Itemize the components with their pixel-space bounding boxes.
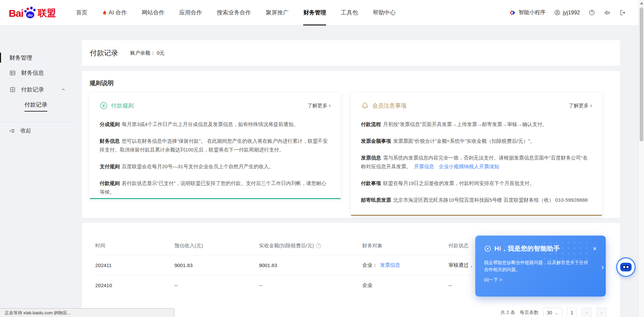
- nav-toolkit[interactable]: 工具包: [333, 0, 365, 25]
- cell-estimated: 9001.83: [174, 262, 259, 268]
- scroll-up-arrow[interactable]: [640, 2, 643, 4]
- payment-rules-more-link[interactable]: 了解更多›: [307, 102, 331, 109]
- member-notice-panel: 会员注意事项 了解更多› 付款流程月初按“发票信息”页面开具发票→上传发票→邮寄…: [351, 92, 602, 216]
- logo-text-union: 联盟: [38, 7, 56, 19]
- nav-screen-promotion[interactable]: 聚屏推广: [258, 0, 296, 25]
- chevron-up-icon: [61, 87, 66, 92]
- member-notice-more-link[interactable]: 了解更多›: [569, 102, 592, 109]
- per-page-label: 每页条数: [520, 310, 539, 316]
- rules-heading: 规则说明: [90, 79, 612, 87]
- sidebar-item-finance-info[interactable]: 财务信息: [0, 64, 82, 81]
- compass-icon: [484, 245, 491, 252]
- sidebar-collapse-button[interactable]: 收起: [0, 122, 82, 139]
- sidebar-section-finance-management[interactable]: 财务管理: [0, 51, 82, 64]
- browser-status-bar: 正在等待 xlab.baidu.com 的响应...: [0, 308, 174, 317]
- page-header-card: 付款记录 账户余额： 0元: [82, 40, 620, 66]
- user-account[interactable]: jyj1992: [554, 9, 580, 16]
- baidu-union-logo[interactable]: Bai du 联盟: [9, 6, 56, 19]
- cell-finance-target: 企业: [362, 282, 448, 289]
- baidu-paw-icon: du: [24, 6, 36, 19]
- nav-website-cooperation[interactable]: 网站合作: [134, 0, 172, 25]
- per-page-select[interactable]: 30 ⌄: [543, 308, 562, 317]
- scrollbar-thumb[interactable]: [640, 7, 643, 141]
- chevron-right-icon[interactable]: ›: [601, 263, 604, 272]
- col-estimated-income: 预估收入(元): [174, 243, 259, 249]
- balance-value: 0元: [157, 50, 164, 56]
- nav-finance-management[interactable]: 财务管理: [296, 0, 333, 25]
- cell-finance-target: 企业：发票信息: [362, 262, 448, 268]
- finance-info-icon: [9, 70, 16, 76]
- sidebar-item-label: 付款记录: [21, 86, 44, 93]
- cell-actual: --: [259, 282, 362, 288]
- sidebar-subitem-label: 付款记录: [24, 101, 47, 112]
- rules-card: 规则说明 付款规则 了解更多›: [82, 71, 620, 218]
- smart-miniapp-link[interactable]: 智能小程序: [509, 9, 545, 16]
- invoice-info-link[interactable]: 发票信息: [380, 262, 400, 268]
- total-count: 共 2 条: [500, 310, 515, 316]
- small-taxpayer-notice-link[interactable]: 企业小规模纳税人开票须知: [439, 164, 499, 169]
- payment-rules-panel: 付款规则 了解更多› 分成规则每月第3或4个工作日产出上月分成信息及发票信息，如…: [90, 92, 341, 199]
- cell-estimated: --: [174, 282, 259, 288]
- rule-item: 支付规则百度联盟会在每月20号—31号支付企业会员上个自然月产生的收入。: [100, 162, 331, 171]
- assistant-popup: Hi，我是您的智能助手 ✕ 我会帮助您诊断合作链路问题，以及解答您关于任何合作相…: [475, 236, 606, 297]
- sidebar-item-payment-records[interactable]: 付款记录: [0, 81, 82, 98]
- payment-rules-title-row: 付款规则: [100, 102, 134, 110]
- page-title: 付款记录: [90, 48, 118, 58]
- rule-item: 付款流程月初按“发票信息”页面开具发票→上传发票→邮寄发票→审核→确认支付。: [361, 120, 592, 129]
- cell-time: 202411: [95, 262, 174, 268]
- cell-actual: 9001.83: [259, 262, 362, 268]
- top-navigation: Bai du 联盟 首页 AI 合作 网站合作: [0, 0, 644, 25]
- chevron-right-icon: ›: [329, 102, 331, 109]
- nav-home[interactable]: 首页: [69, 0, 95, 25]
- rule-item: 分成规则每月第3或4个工作日产出上月分成信息及发票信息，如有特殊情况将提前通知。: [100, 120, 331, 129]
- bell-icon: [361, 102, 369, 110]
- nav-search-cooperation[interactable]: 搜索业务合作: [209, 0, 258, 25]
- main-nav: 首页 AI 合作 网站合作 应用合作 搜索业务合作 聚屏推广 财务管理 工具包 …: [69, 0, 403, 25]
- nav-ai-cooperation[interactable]: AI 合作: [95, 0, 135, 25]
- rule-item: 发票金额事项发票票面“价税合计”金额=系统中“实收金额（扣除税费后/元）”。: [361, 137, 592, 145]
- payment-rules-title: 付款规则: [111, 102, 134, 110]
- col-actual-amount: 实收金额(扣除税费后/元)?: [259, 243, 362, 249]
- col-time: 时间: [95, 243, 174, 249]
- col-finance-target: 财务对象: [362, 243, 448, 249]
- sidebar: 财务管理 财务信息 付款记录 付款记录: [0, 25, 82, 317]
- cell-time: 202410: [95, 282, 174, 288]
- rule-item: 邮寄纸质发票北京市海淀区西北旺东路10号院百度科技园5号楼 百度联盟财务组（收）…: [361, 196, 592, 204]
- close-icon[interactable]: ✕: [593, 246, 597, 252]
- logout-icon[interactable]: [619, 9, 626, 16]
- sidebar-subitem-payment-records[interactable]: 付款记录: [0, 98, 82, 115]
- rule-item: 付款事项联盟在每月19日之后签收的发票，付款时间安排在下个月首批支付。: [361, 179, 592, 188]
- nav-app-cooperation[interactable]: 应用合作: [172, 0, 209, 25]
- svg-text:du: du: [28, 12, 33, 17]
- sidebar-section-label: 财务管理: [9, 54, 32, 62]
- sidebar-item-label: 财务信息: [21, 69, 44, 77]
- robot-face-icon: [620, 263, 632, 271]
- assistant-avatar-button[interactable]: [616, 257, 636, 277]
- help-circle-icon[interactable]: ?: [316, 243, 321, 248]
- rule-item: 付款规则若付款状态显示“已支付”，说明联盟已安排了您的付款。支付后三个工作日内到…: [100, 179, 331, 196]
- nav-help-center[interactable]: 帮助中心: [365, 0, 403, 25]
- member-notice-title-row: 会员注意事项: [361, 102, 407, 110]
- account-balance: 账户余额： 0元: [130, 50, 165, 56]
- yen-circle-icon: [100, 102, 108, 110]
- page-number-button[interactable]: 1: [567, 308, 577, 317]
- chevron-down-icon: ⌄: [555, 310, 558, 315]
- payment-record-icon: [9, 86, 16, 93]
- member-notice-title: 会员注意事项: [372, 102, 407, 110]
- logo-text-bai: Bai: [9, 8, 23, 19]
- speaker-icon[interactable]: [604, 9, 610, 16]
- assistant-message: 我会帮助您诊断合作链路问题，以及解答您关于任何合作相关的问题。: [484, 259, 591, 273]
- vertical-scrollbar[interactable]: [638, 0, 644, 317]
- balance-label: 账户余额：: [130, 50, 155, 56]
- rule-item: 发票信息需与系统内发票信息内容完全一致，否则无法支付。请根据发票信息页面中“百度…: [361, 153, 592, 171]
- ask-button[interactable]: 问一下 >: [484, 277, 502, 283]
- next-page-button[interactable]: ›: [596, 308, 606, 317]
- prev-page-button[interactable]: ‹: [582, 308, 592, 317]
- collapse-icon: [9, 128, 15, 134]
- assistant-title: Hi，我是您的智能助手: [494, 244, 560, 253]
- miniapp-diamond-icon: [509, 9, 516, 16]
- invoice-info-link[interactable]: 开票信息: [414, 164, 434, 169]
- flame-icon: [102, 10, 107, 15]
- help-icon[interactable]: [589, 9, 595, 16]
- rule-item: 财务信息您可以在财务信息中选择“保留付款”。 在此期间您产生的收入将在账户内进行…: [100, 137, 331, 154]
